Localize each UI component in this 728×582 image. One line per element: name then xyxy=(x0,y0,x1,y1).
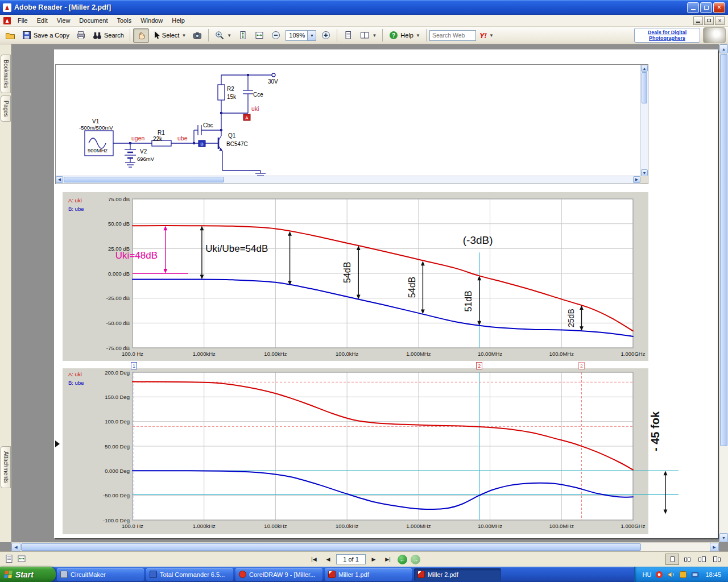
scrollbar-thumb[interactable] xyxy=(64,177,224,182)
next-page-button[interactable]: ▶ xyxy=(367,554,380,565)
sidebar-tab-attachments[interactable]: Attachments xyxy=(1,446,11,488)
page-indicator[interactable]: 1 of 1 xyxy=(336,554,366,564)
last-page-button[interactable]: ▶| xyxy=(382,554,394,565)
facing-layout-button[interactable] xyxy=(695,554,709,565)
promo-link[interactable]: Deals for Digital Photographers xyxy=(634,28,700,43)
circuit-horizontal-scrollbar[interactable]: ◀ ▶ xyxy=(56,176,640,184)
scroll-right-icon[interactable]: ▶ xyxy=(710,543,719,551)
menu-item-tools[interactable]: Tools xyxy=(113,15,136,26)
zoom-out-button[interactable] xyxy=(268,28,284,43)
tray-antivirus-icon[interactable] xyxy=(655,571,663,579)
svg-text:BC547C: BC547C xyxy=(226,141,248,147)
single-page-layout-button[interactable] xyxy=(665,554,679,565)
taskbar-button-miller2-pdf[interactable]: Miller 2.pdf xyxy=(414,568,501,581)
tray-update-icon[interactable] xyxy=(679,571,687,579)
tray-network-icon[interactable] xyxy=(691,571,699,579)
binoculars-icon xyxy=(92,30,102,40)
document-properties-icon[interactable] xyxy=(5,554,14,564)
zoom-out-icon xyxy=(271,30,281,40)
continuous-layout-button[interactable] xyxy=(680,554,694,565)
select-tool-button[interactable]: Select▼ xyxy=(150,28,189,43)
clock[interactable]: 18:45 xyxy=(705,571,721,578)
taskbar-button-total-commander[interactable]: Total Commander 6.5... xyxy=(146,568,233,581)
open-button[interactable] xyxy=(2,28,18,43)
next-view-button[interactable]: → xyxy=(411,555,420,564)
search-button[interactable]: Search xyxy=(89,28,127,43)
horizontal-scrollbar[interactable]: ◀ ▶ xyxy=(11,542,719,551)
taskbar-button-label: Total Commander 6.5... xyxy=(160,571,225,578)
svg-text:25dB: 25dB xyxy=(566,309,576,327)
scroll-up-icon[interactable]: ▲ xyxy=(719,44,728,53)
cursor-marker[interactable]: 2 xyxy=(578,362,585,369)
restore-button[interactable] xyxy=(700,2,712,13)
scroll-right-icon[interactable]: ▶ xyxy=(633,176,640,183)
window-title: Adobe Reader - [Miller 2.pdf] xyxy=(14,3,686,11)
circuit-diagram: 30VR215kCceukiAQ1BC547CCbcBubeugenR122kV… xyxy=(56,65,640,176)
previous-page-button[interactable]: ◀ xyxy=(322,554,334,565)
scrollbar-thumb[interactable] xyxy=(642,72,647,103)
cursor-marker[interactable]: 2 xyxy=(476,362,482,369)
scrollbar-thumb[interactable] xyxy=(720,54,727,446)
menu-item-edit[interactable]: Edit xyxy=(32,15,52,26)
yahoo-button[interactable]: Y! ▼ xyxy=(477,28,497,43)
taskbar-button-miller1-pdf[interactable]: Miller 1.pdf xyxy=(325,568,412,581)
facing-pages-icon xyxy=(359,30,370,40)
title-bar: Adobe Reader - [Miller 2.pdf] × xyxy=(0,0,728,15)
doc-close-button[interactable]: × xyxy=(715,16,725,25)
cursor-marker[interactable]: 1 xyxy=(131,362,137,369)
circuit-vertical-scrollbar[interactable]: ▲ ▼ xyxy=(640,65,648,176)
desktop-screen: Adobe Reader - [Miller 2.pdf] × File Edi… xyxy=(0,0,728,582)
menu-item-file[interactable]: File xyxy=(13,15,32,26)
taskbar-button-coreldraw[interactable]: CorelDRAW 9 - [Miller... xyxy=(235,568,322,581)
menu-item-window[interactable]: Window xyxy=(136,15,167,26)
language-indicator[interactable]: HU xyxy=(643,571,652,578)
zoom-tool-button[interactable]: ▼ xyxy=(212,28,234,43)
taskbar-button-circuitmaker[interactable]: CircuitMaker xyxy=(57,568,144,581)
scroll-left-icon[interactable]: ◀ xyxy=(11,543,20,551)
svg-text:10.00kHz: 10.00kHz xyxy=(264,351,287,357)
scrollbar-thumb[interactable] xyxy=(21,543,641,551)
menu-item-document[interactable]: Document xyxy=(75,15,112,26)
hand-tool-button[interactable] xyxy=(133,28,149,43)
previous-view-button[interactable]: ← xyxy=(398,555,407,564)
main-toolbar: Save a Copy Search Select▼ ▼ xyxy=(0,27,728,44)
first-page-button[interactable]: |◀ xyxy=(308,554,320,565)
sidebar-tab-bookmarks[interactable]: Bookmarks xyxy=(1,55,11,93)
chevron-down-icon: ▼ xyxy=(372,33,377,38)
sidebar-tab-pages[interactable]: Pages xyxy=(1,95,11,122)
doc-restore-button[interactable] xyxy=(704,16,714,25)
minimize-button[interactable] xyxy=(687,2,699,13)
page-layout-button-1[interactable] xyxy=(340,28,356,43)
actual-size-button[interactable] xyxy=(235,28,251,43)
search-web-input[interactable] xyxy=(429,30,476,41)
svg-text:1.000kHz: 1.000kHz xyxy=(193,351,216,357)
start-button[interactable]: Start xyxy=(0,567,56,582)
svg-text:ugen: ugen xyxy=(131,135,145,142)
tray-volume-icon[interactable] xyxy=(667,571,675,579)
save-a-copy-button[interactable]: Save a Copy xyxy=(19,28,72,43)
menu-item-view[interactable]: View xyxy=(52,15,75,26)
vertical-scrollbar[interactable]: ▲ ▼ xyxy=(719,44,728,542)
snapshot-tool-button[interactable] xyxy=(189,28,205,43)
menu-item-help[interactable]: Help xyxy=(167,15,189,26)
page-layout-button-2[interactable]: ▼ xyxy=(357,28,379,43)
print-button[interactable] xyxy=(73,28,89,43)
zoom-level-combo[interactable]: 109% ▼ xyxy=(286,30,316,41)
pane-expand-arrow-icon[interactable] xyxy=(55,440,60,447)
total-commander-icon xyxy=(150,571,157,578)
close-button[interactable]: × xyxy=(713,2,725,13)
svg-text:100.0MHz: 100.0MHz xyxy=(549,523,574,529)
help-button[interactable]: ? Help▼ xyxy=(386,28,423,43)
scroll-left-icon[interactable]: ◀ xyxy=(56,176,63,183)
circuitmaker-icon xyxy=(60,571,68,578)
page-size-icon[interactable] xyxy=(17,554,26,564)
doc-minimize-button[interactable] xyxy=(693,16,703,25)
scroll-down-icon[interactable]: ▼ xyxy=(719,533,728,542)
chevron-down-icon: ▼ xyxy=(181,33,186,38)
fit-width-button[interactable] xyxy=(251,28,267,43)
scroll-up-icon[interactable]: ▲ xyxy=(641,65,648,72)
book-layout-button[interactable] xyxy=(710,554,723,565)
zoom-in-button[interactable] xyxy=(318,28,334,43)
bode-magnitude-chart: Uki=48dBUki/Ube=54dB54dB54dB51dB25dB(-3d… xyxy=(63,192,648,361)
svg-text:A: uki: A: uki xyxy=(68,371,82,377)
